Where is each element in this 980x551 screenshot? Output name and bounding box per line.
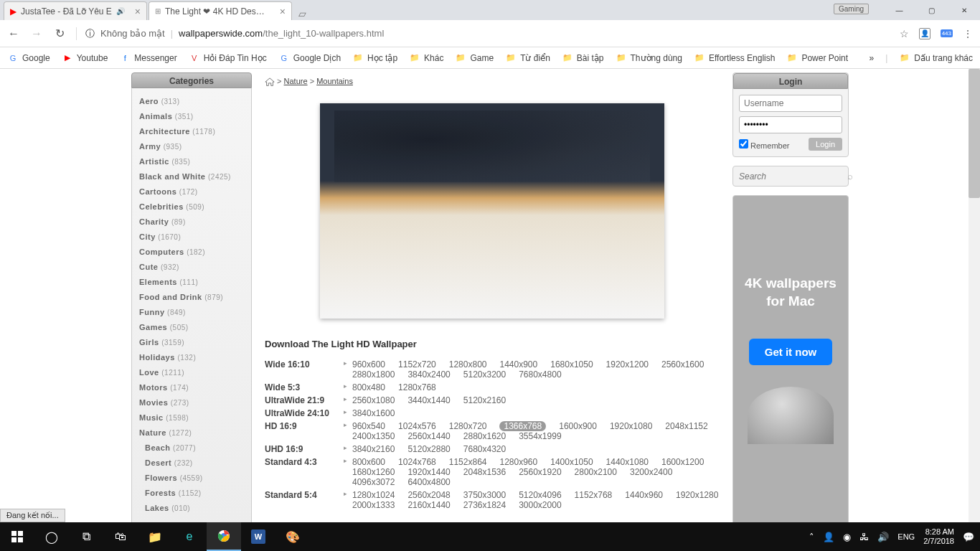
advertisement[interactable]: 4K wallpapersfor Mac Get it now [732, 195, 849, 551]
resolution-link[interactable]: 2560x1920 [519, 467, 561, 477]
breadcrumb-nature[interactable]: Nature [284, 77, 308, 85]
resolution-link[interactable]: 3750x3000 [463, 490, 506, 500]
close-icon[interactable]: × [135, 6, 141, 17]
edge-icon[interactable]: e [172, 522, 207, 551]
close-icon[interactable]: × [280, 6, 286, 17]
resolution-link[interactable]: 1920x1080 [610, 421, 652, 431]
other-bookmarks[interactable]: 📁 Dấu trang khác [899, 52, 973, 64]
back-button[interactable]: ← [7, 27, 20, 40]
resolution-link[interactable]: 6400x4800 [407, 477, 450, 487]
new-tab-button[interactable]: ▱ [293, 7, 311, 20]
breadcrumb-mountains[interactable]: Mountains [316, 77, 353, 85]
bookmark-item[interactable]: VHỏi Đáp Tin Học [189, 52, 267, 64]
resolution-link[interactable]: 4096x3072 [352, 477, 395, 487]
ad-cta-button[interactable]: Get it now [749, 339, 833, 365]
file-explorer-icon[interactable]: 📁 [138, 522, 172, 551]
resolution-link[interactable]: 2560x1600 [661, 359, 704, 369]
category-item[interactable]: Animals (351) [139, 109, 244, 124]
category-item[interactable]: Music (1598) [139, 410, 244, 425]
resolution-link[interactable]: 1280x768 [398, 382, 436, 392]
resolution-link[interactable]: 980x551 [499, 421, 546, 431]
bookmark-item[interactable]: 📁Game [455, 52, 494, 64]
resolution-link[interactable]: 2048x1536 [463, 467, 506, 477]
search-input[interactable] [739, 171, 847, 182]
search-box[interactable]: ⌕ [732, 166, 849, 187]
bookmark-item[interactable]: 📁Khác [409, 52, 443, 64]
cortana-icon[interactable]: ◯ [34, 522, 69, 551]
bookmark-overflow[interactable]: » [869, 53, 874, 63]
forward-button[interactable]: → [30, 27, 43, 40]
bookmark-item[interactable]: 📁Học tập [352, 52, 397, 64]
category-item[interactable]: Computers (182) [139, 245, 244, 260]
resolution-link[interactable]: 960x600 [352, 359, 385, 369]
resolution-link[interactable]: 5120x3200 [463, 369, 506, 380]
bookmark-item[interactable]: GGoogle [7, 52, 50, 64]
resolution-link[interactable]: 2400x1350 [352, 431, 395, 441]
category-item[interactable]: Food and Drink (879) [139, 290, 244, 305]
resolution-link[interactable]: 1440x960 [625, 490, 663, 500]
category-item[interactable]: Celebrities (509) [139, 199, 244, 215]
location-icon[interactable]: ◉ [843, 532, 851, 542]
resolution-link[interactable]: 1920x1200 [606, 359, 649, 369]
category-item[interactable]: Black and White (2425) [139, 169, 244, 184]
resolution-link[interactable]: 1152x864 [449, 457, 487, 467]
bookmark-item[interactable]: ▶Youtube [62, 52, 108, 64]
resolution-link[interactable]: 800x600 [352, 457, 385, 467]
category-item[interactable]: Beach (2077) [139, 441, 244, 456]
clock[interactable]: 8:28 AM 2/7/2018 [923, 527, 954, 546]
maximize-button[interactable]: ▢ [915, 0, 948, 20]
browser-tab-active[interactable]: ⊞ The Light ❤ 4K HD Des… × [149, 1, 292, 20]
task-view-icon[interactable]: ⧉ [69, 522, 103, 551]
category-item[interactable]: Games (505) [139, 320, 244, 335]
speaker-icon[interactable]: 🔊 [116, 7, 125, 15]
resolution-link[interactable]: 3000x2000 [519, 500, 561, 510]
network-icon[interactable]: 🖧 [859, 532, 869, 542]
scrollbar-thumb[interactable] [969, 69, 980, 198]
resolution-link[interactable]: 1152x720 [398, 359, 436, 369]
category-item[interactable]: Cute (932) [139, 260, 244, 275]
store-icon[interactable]: 🛍 [103, 522, 138, 551]
bookmark-item[interactable]: 📁Bài tập [562, 52, 604, 64]
close-button[interactable]: ✕ [948, 0, 980, 20]
extension-badge[interactable]: 443 [941, 29, 953, 37]
category-item[interactable]: Forests (1152) [139, 486, 244, 501]
resolution-link[interactable]: 2880x1620 [463, 431, 506, 441]
volume-icon[interactable]: 🔊 [877, 532, 889, 542]
resolution-link[interactable]: 800x480 [352, 382, 385, 392]
resolution-link[interactable]: 3200x2400 [630, 467, 672, 477]
resolution-link[interactable]: 1920x1440 [407, 467, 450, 477]
search-icon[interactable]: ⌕ [847, 171, 853, 182]
tray-chevron-icon[interactable]: ˄ [809, 532, 814, 542]
category-item[interactable]: Flowers (4559) [139, 471, 244, 486]
resolution-link[interactable]: 1600x900 [559, 421, 597, 431]
start-button[interactable] [0, 522, 34, 551]
people-icon[interactable]: 👤 [823, 532, 834, 542]
resolution-link[interactable]: 2560x2048 [407, 490, 450, 500]
bookmark-item[interactable]: 📁Effortless English [694, 52, 776, 64]
resolution-link[interactable]: 2560x1440 [407, 431, 450, 441]
resolution-link[interactable]: 3840x2400 [407, 369, 450, 380]
resolution-link[interactable]: 2800x2100 [575, 467, 617, 477]
menu-icon[interactable]: ⋮ [963, 28, 973, 39]
resolution-link[interactable]: 1440x1080 [606, 457, 649, 467]
resolution-link[interactable]: 2736x1824 [463, 500, 506, 510]
category-item[interactable]: Lakes (010) [139, 501, 244, 516]
resolution-link[interactable]: 2560x1080 [352, 395, 395, 405]
resolution-link[interactable]: 5120x4096 [519, 490, 561, 500]
gaming-extension-badge[interactable]: Gaming [834, 4, 869, 14]
category-item[interactable]: City (1670) [139, 230, 244, 245]
page-scrollbar[interactable] [969, 69, 980, 522]
language-indicator[interactable]: ENG [897, 532, 915, 541]
category-item[interactable]: Army (935) [139, 139, 244, 154]
resolution-link[interactable]: 5120x2880 [407, 444, 450, 454]
bookmark-item[interactable]: 📁Từ điển [505, 52, 550, 64]
category-item[interactable]: Desert (232) [139, 456, 244, 471]
resolution-link[interactable]: 1280x720 [449, 421, 487, 431]
bookmark-item[interactable]: fMessenger [119, 52, 176, 64]
resolution-link[interactable]: 7680x4800 [519, 369, 561, 380]
category-item[interactable]: Holidays (132) [139, 350, 244, 365]
reload-button[interactable]: ↻ [53, 27, 66, 40]
chrome-icon[interactable] [207, 522, 241, 551]
category-item[interactable]: Charity (89) [139, 215, 244, 230]
resolution-link[interactable]: 2160x1440 [407, 500, 450, 510]
